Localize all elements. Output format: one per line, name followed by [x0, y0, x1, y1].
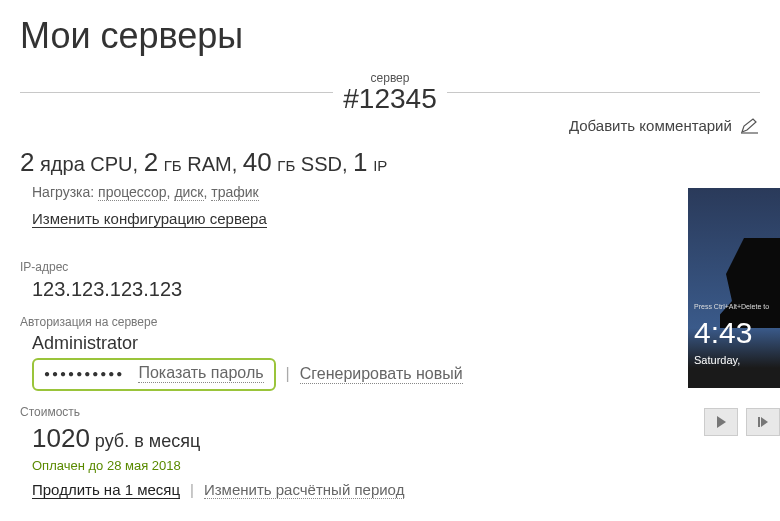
spec-line: 2 ядра CPU, 2 ГБ RAM, 40 ГБ SSD, 1 IP [20, 147, 760, 178]
extend-month-link[interactable]: Продлить на 1 месяц [32, 481, 180, 499]
skip-button[interactable] [746, 408, 780, 436]
play-button[interactable] [704, 408, 738, 436]
password-masked: ●●●●●●●●●● [44, 368, 124, 379]
price-value: 1020 [32, 423, 90, 453]
load-cpu-link[interactable]: процессор [98, 184, 167, 201]
cost-line: 1020 руб. в месяц [32, 423, 760, 454]
change-billing-link[interactable]: Изменить расчётный период [204, 481, 404, 499]
paid-until: Оплачен до 28 мая 2018 [32, 458, 760, 473]
password-highlight-box: ●●●●●●●●●● Показать пароль [32, 358, 276, 391]
price-currency: руб. [95, 431, 129, 451]
load-disk-link[interactable]: диск [174, 184, 203, 201]
separator: | [286, 365, 290, 383]
load-line: Нагрузка: процессор, диск, трафик [20, 184, 760, 200]
auth-section-label: Авторизация на сервере [20, 315, 760, 329]
ssd-label: SSD [301, 153, 342, 175]
change-config-link[interactable]: Изменить конфигурацию сервера [32, 210, 267, 228]
ip-count: 1 [353, 147, 367, 177]
server-header-row: сервер #12345 [0, 71, 780, 113]
load-traffic-link[interactable]: трафик [211, 184, 258, 201]
cost-section-label: Стоимость [20, 405, 760, 419]
ram-count: 2 [144, 147, 158, 177]
cpu-label: ядра CPU [40, 153, 133, 175]
server-number: #12345 [343, 85, 436, 113]
skip-icon [758, 417, 768, 427]
ip-label: IP [373, 157, 387, 174]
generate-password-link[interactable]: Сгенерировать новый [300, 365, 463, 384]
add-comment-link[interactable]: Добавить комментарий [569, 117, 732, 134]
show-password-link[interactable]: Показать пароль [138, 364, 263, 383]
ip-value: 123.123.123.123 [32, 278, 760, 301]
ram-unit: ГБ [164, 157, 182, 174]
ssd-count: 40 [243, 147, 272, 177]
server-screenshot-thumbnail[interactable]: Press Ctrl+Alt+Delete to 4:43 Saturday, [688, 188, 780, 388]
ssd-unit: ГБ [277, 157, 295, 174]
page-title: Мои серверы [0, 0, 780, 65]
pencil-icon[interactable] [740, 118, 760, 137]
separator: | [190, 481, 194, 498]
play-icon [717, 416, 726, 428]
lock-clock: 4:43 [694, 316, 752, 350]
lock-date: Saturday, [694, 354, 740, 366]
server-id-block: сервер #12345 [333, 71, 446, 113]
divider-left [20, 92, 333, 93]
cpu-count: 2 [20, 147, 34, 177]
media-controls [704, 408, 780, 436]
load-label: Нагрузка: [32, 184, 94, 200]
ram-label: RAM [187, 153, 231, 175]
lock-hint: Press Ctrl+Alt+Delete to [694, 303, 769, 310]
ip-section-label: IP-адрес [20, 260, 760, 274]
auth-username: Administrator [32, 333, 760, 354]
price-period: в месяц [134, 431, 200, 451]
divider-right [447, 92, 760, 93]
